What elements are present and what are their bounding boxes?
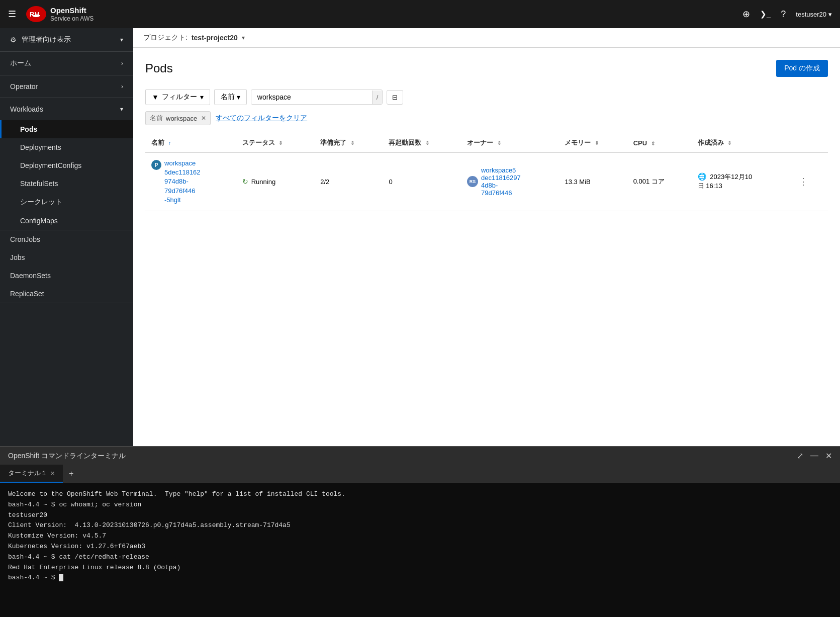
owner-link[interactable]: workspace5dec118162974d8b-79d76f446: [481, 166, 521, 197]
filter-tag-remove-icon[interactable]: ✕: [201, 115, 206, 122]
terminal-body[interactable]: Welcome to the OpenShift Web Terminal. T…: [0, 483, 840, 617]
page-content: Pods Pod の作成 ▼ フィルター ▾ 名前 ▾ /: [133, 48, 840, 446]
sidebar-item-cronjobs[interactable]: CronJobs: [0, 230, 133, 248]
col-created[interactable]: 作成済み ⇕: [692, 133, 791, 153]
col-owner[interactable]: オーナー ⇕: [461, 133, 558, 153]
sort-both-icon-cpu: ⇕: [651, 141, 655, 146]
sort-both-icon-status: ⇕: [278, 140, 283, 146]
terminal-cursor: [59, 574, 63, 581]
sidebar-item-operator[interactable]: Operator ›: [0, 75, 133, 98]
terminal-line-7: bash-4.4 ~ $ cat /etc/redhat-release: [8, 553, 149, 561]
filter-search-input[interactable]: [251, 90, 372, 104]
status-text: Running: [251, 178, 275, 186]
cell-status: ↻ Running: [236, 153, 315, 211]
pods-table: 名前 ↑ ステータス ⇕ 準備完了 ⇕ 再起動回数: [145, 133, 828, 211]
terminal-line-6: Kubernetes Version: v1.27.6+f67aeb3: [8, 543, 145, 550]
col-ready-label: 準備完了: [320, 139, 346, 146]
project-label-text: プロジェクト:: [143, 33, 188, 42]
sidebar-item-workloads[interactable]: Workloads ▾: [0, 98, 133, 120]
sidebar-item-replicaset[interactable]: ReplicaSet: [0, 285, 133, 303]
col-name[interactable]: 名前 ↑: [145, 133, 236, 153]
project-dropdown-icon[interactable]: ▾: [242, 34, 245, 41]
help-icon[interactable]: ?: [781, 9, 786, 20]
sidebar-section-admin: ⚙ 管理者向け表示 ▾: [0, 28, 133, 52]
create-pod-button[interactable]: Pod の作成: [776, 60, 828, 77]
cell-created: 🌐 2023年12月10日 16:13: [692, 153, 791, 211]
terminal-minimize-icon[interactable]: —: [810, 451, 818, 461]
filter-tag-name: 名前 workspace ✕: [145, 111, 211, 125]
terminal-area: OpenShift コマンドラインターミナル ⤢ — ✕ ターミナル１ ✕ + …: [0, 446, 840, 617]
column-icon: ⊟: [392, 94, 398, 101]
filter-name-dropdown[interactable]: 名前 ▾: [214, 89, 247, 105]
sidebar-item-daemonsets[interactable]: DaemonSets: [0, 267, 133, 285]
hamburger-menu-icon[interactable]: ☰: [8, 9, 16, 20]
terminal-close-icon[interactable]: ✕: [825, 451, 832, 461]
col-ready[interactable]: 準備完了 ⇕: [314, 133, 383, 153]
col-restarts-label: 再起動回数: [389, 139, 421, 146]
chevron-right-icon-op: ›: [121, 83, 123, 90]
user-menu[interactable]: testuser20 ▾: [796, 11, 832, 18]
filter-icon: ▼: [152, 93, 159, 101]
filter-input-wrapper: /: [251, 90, 383, 105]
sidebar-item-statefulsets[interactable]: StatefulSets: [0, 174, 133, 193]
brand-openshift-text: OpenShift: [50, 6, 94, 15]
sidebar-item-secrets[interactable]: シークレット: [0, 193, 133, 212]
terminal-expand-icon[interactable]: ⤢: [797, 451, 803, 461]
col-status[interactable]: ステータス ⇕: [236, 133, 315, 153]
sidebar-item-home[interactable]: ホーム ›: [0, 52, 133, 75]
sort-asc-icon: ↑: [168, 140, 171, 146]
pod-icon: P: [151, 160, 161, 170]
col-name-label: 名前: [151, 139, 164, 146]
chevron-down-icon-wl: ▾: [120, 106, 123, 113]
gear-icon: ⚙: [10, 36, 17, 44]
terminal-icon[interactable]: ❯_: [760, 10, 771, 19]
col-memory[interactable]: メモリー ⇕: [558, 133, 627, 153]
add-icon[interactable]: ⊕: [742, 9, 750, 20]
project-name-text: test-project20: [192, 34, 238, 42]
pod-name-link[interactable]: P workspace5dec118162974d8b-79d76f446-5h…: [151, 159, 230, 205]
cell-memory: 13.3 MiB: [558, 153, 627, 211]
page-header: Pods Pod の作成: [145, 60, 828, 77]
sidebar-workloads-label: Workloads: [10, 105, 43, 113]
sidebar-secrets-label: シークレット: [20, 198, 62, 207]
filter-button[interactable]: ▼ フィルター ▾: [145, 89, 210, 105]
row-actions-kebab-icon[interactable]: ⋮: [797, 174, 810, 189]
terminal-tabs: ターミナル１ ✕ +: [0, 465, 840, 483]
sidebar-item-pods[interactable]: Pods: [0, 120, 133, 138]
col-created-label: 作成済み: [698, 139, 724, 146]
col-cpu[interactable]: CPU ⇕: [627, 133, 692, 153]
terminal-tab-close-icon[interactable]: ✕: [50, 470, 55, 477]
terminal-line-8: Red Hat Enterprise Linux release 8.8 (Oo…: [8, 564, 180, 571]
sidebar-item-configmaps[interactable]: ConfigMaps: [0, 212, 133, 230]
sidebar-item-deployments[interactable]: Deployments: [0, 138, 133, 156]
sidebar-item-jobs[interactable]: Jobs: [0, 248, 133, 267]
chevron-right-icon: ›: [121, 60, 123, 67]
terminal-add-tab-button[interactable]: +: [63, 465, 79, 482]
sidebar-item-deploymentconfigs[interactable]: DeploymentConfigs: [0, 156, 133, 174]
active-filters: 名前 workspace ✕ すべてのフィルターをクリア: [145, 111, 828, 125]
terminal-tab-1[interactable]: ターミナル１ ✕: [0, 465, 63, 483]
owner-icon: RS: [467, 176, 478, 187]
col-restarts[interactable]: 再起動回数 ⇕: [383, 133, 461, 153]
table-row: P workspace5dec118162974d8b-79d76f446-5h…: [145, 153, 828, 211]
cell-cpu: 0.001 コア: [627, 153, 692, 211]
column-toggle-button[interactable]: ⊟: [387, 90, 403, 105]
sort-both-icon-owner: ⇕: [497, 140, 501, 146]
terminal-header: OpenShift コマンドラインターミナル ⤢ — ✕: [0, 446, 840, 465]
sidebar-admin-label: 管理者向け表示: [22, 35, 71, 44]
sidebar-section-workloads: Workloads ▾ Pods Deployments DeploymentC…: [0, 98, 133, 230]
terminal-line-3: testuser20: [8, 511, 47, 519]
sidebar-pods-label: Pods: [20, 125, 37, 133]
sort-both-icon-memory: ⇕: [595, 140, 599, 146]
sidebar-item-admin[interactable]: ⚙ 管理者向け表示 ▾: [0, 28, 133, 51]
filter-name-label: 名前: [221, 93, 235, 102]
clear-filters-button[interactable]: すべてのフィルターをクリア: [216, 114, 307, 123]
sidebar-section-home: ホーム ›: [0, 52, 133, 75]
sidebar-cronjobs-label: CronJobs: [10, 235, 40, 243]
filter-label: フィルター: [162, 93, 197, 102]
pod-name-text: workspace5dec118162974d8b-79d76f446-5hgl…: [164, 159, 201, 205]
filter-chevron-icon: ▾: [200, 93, 204, 101]
main-layout: ⚙ 管理者向け表示 ▾ ホーム › Operator ›: [0, 28, 840, 446]
sidebar-operator-label: Operator: [10, 82, 38, 91]
brand-name: OpenShift Service on AWS: [50, 6, 94, 22]
